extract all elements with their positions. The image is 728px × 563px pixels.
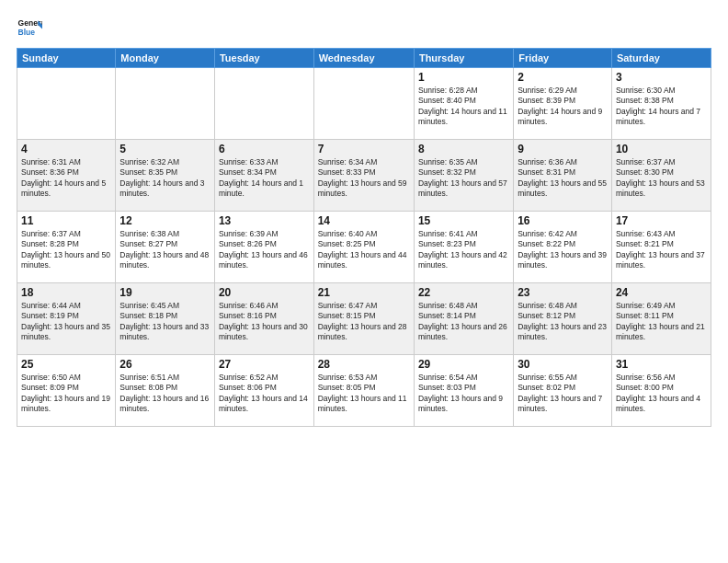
- calendar-cell: 2Sunrise: 6:29 AMSunset: 8:39 PMDaylight…: [514, 68, 612, 140]
- weekday-header-monday: Monday: [116, 49, 215, 68]
- calendar-cell: 25Sunrise: 6:50 AMSunset: 8:09 PMDayligh…: [17, 355, 116, 427]
- weekday-header-wednesday: Wednesday: [313, 49, 414, 68]
- calendar-cell: 19Sunrise: 6:45 AMSunset: 8:18 PMDayligh…: [116, 283, 215, 355]
- weekday-header-friday: Friday: [514, 49, 612, 68]
- day-number: 19: [119, 286, 210, 299]
- day-number: 5: [119, 143, 210, 155]
- day-info: Sunrise: 6:28 AMSunset: 8:40 PMDaylight:…: [418, 86, 509, 128]
- day-info: Sunrise: 6:38 AMSunset: 8:27 PMDaylight:…: [119, 229, 210, 271]
- day-info: Sunrise: 6:47 AMSunset: 8:15 PMDaylight:…: [318, 301, 410, 343]
- weekday-header-tuesday: Tuesday: [214, 49, 313, 68]
- day-number: 10: [616, 143, 707, 155]
- day-number: 3: [616, 71, 707, 84]
- day-info: Sunrise: 6:44 AMSunset: 8:19 PMDaylight:…: [21, 301, 111, 343]
- calendar-week-5: 25Sunrise: 6:50 AMSunset: 8:09 PMDayligh…: [17, 355, 711, 427]
- day-number: 7: [318, 143, 410, 155]
- weekday-header-row: SundayMondayTuesdayWednesdayThursdayFrid…: [17, 49, 711, 68]
- calendar-cell: 24Sunrise: 6:49 AMSunset: 8:11 PMDayligh…: [611, 283, 711, 355]
- calendar-cell: 1Sunrise: 6:28 AMSunset: 8:40 PMDaylight…: [414, 68, 513, 140]
- calendar-cell: 14Sunrise: 6:40 AMSunset: 8:25 PMDayligh…: [313, 212, 414, 283]
- day-info: Sunrise: 6:31 AMSunset: 8:36 PMDaylight:…: [21, 157, 111, 200]
- day-info: Sunrise: 6:35 AMSunset: 8:32 PMDaylight:…: [418, 157, 509, 200]
- calendar-cell: 29Sunrise: 6:54 AMSunset: 8:03 PMDayligh…: [414, 355, 513, 427]
- day-number: 13: [219, 214, 310, 227]
- calendar-cell: 18Sunrise: 6:44 AMSunset: 8:19 PMDayligh…: [17, 283, 116, 355]
- calendar-cell: [214, 68, 313, 140]
- day-info: Sunrise: 6:29 AMSunset: 8:39 PMDaylight:…: [518, 86, 608, 128]
- day-info: Sunrise: 6:37 AMSunset: 8:28 PMDaylight:…: [21, 229, 111, 271]
- weekday-header-thursday: Thursday: [414, 49, 513, 68]
- day-number: 24: [616, 286, 707, 299]
- calendar-cell: 6Sunrise: 6:33 AMSunset: 8:34 PMDaylight…: [214, 140, 313, 212]
- day-info: Sunrise: 6:30 AMSunset: 8:38 PMDaylight:…: [616, 86, 707, 128]
- day-number: 17: [616, 214, 707, 227]
- day-number: 27: [219, 358, 310, 371]
- calendar-cell: [313, 68, 414, 140]
- calendar-cell: 28Sunrise: 6:53 AMSunset: 8:05 PMDayligh…: [313, 355, 414, 427]
- calendar-cell: 13Sunrise: 6:39 AMSunset: 8:26 PMDayligh…: [214, 212, 313, 283]
- calendar-week-1: 1Sunrise: 6:28 AMSunset: 8:40 PMDaylight…: [17, 68, 711, 140]
- day-info: Sunrise: 6:36 AMSunset: 8:31 PMDaylight:…: [518, 157, 608, 200]
- calendar-cell: 7Sunrise: 6:34 AMSunset: 8:33 PMDaylight…: [313, 140, 414, 212]
- day-info: Sunrise: 6:40 AMSunset: 8:25 PMDaylight:…: [318, 229, 410, 271]
- calendar-cell: 9Sunrise: 6:36 AMSunset: 8:31 PMDaylight…: [514, 140, 612, 212]
- calendar-cell: 5Sunrise: 6:32 AMSunset: 8:35 PMDaylight…: [116, 140, 215, 212]
- day-number: 11: [21, 214, 111, 227]
- calendar-cell: 3Sunrise: 6:30 AMSunset: 8:38 PMDaylight…: [611, 68, 711, 140]
- day-info: Sunrise: 6:41 AMSunset: 8:23 PMDaylight:…: [418, 229, 509, 271]
- calendar-cell: 17Sunrise: 6:43 AMSunset: 8:21 PMDayligh…: [611, 212, 711, 283]
- calendar-cell: 10Sunrise: 6:37 AMSunset: 8:30 PMDayligh…: [611, 140, 711, 212]
- calendar-cell: 15Sunrise: 6:41 AMSunset: 8:23 PMDayligh…: [414, 212, 513, 283]
- day-number: 20: [219, 286, 310, 299]
- day-number: 12: [119, 214, 210, 227]
- svg-text:Blue: Blue: [18, 28, 36, 37]
- day-info: Sunrise: 6:56 AMSunset: 8:00 PMDaylight:…: [616, 373, 707, 415]
- day-info: Sunrise: 6:51 AMSunset: 8:08 PMDaylight:…: [119, 373, 210, 415]
- calendar-week-2: 4Sunrise: 6:31 AMSunset: 8:36 PMDaylight…: [17, 140, 711, 212]
- day-number: 1: [418, 71, 509, 84]
- calendar-week-4: 18Sunrise: 6:44 AMSunset: 8:19 PMDayligh…: [17, 283, 711, 355]
- day-number: 30: [518, 358, 608, 371]
- day-info: Sunrise: 6:54 AMSunset: 8:03 PMDaylight:…: [418, 373, 509, 415]
- logo-icon: General Blue: [17, 15, 42, 40]
- calendar-cell: 4Sunrise: 6:31 AMSunset: 8:36 PMDaylight…: [17, 140, 116, 212]
- weekday-header-saturday: Saturday: [611, 49, 711, 68]
- calendar-cell: 12Sunrise: 6:38 AMSunset: 8:27 PMDayligh…: [116, 212, 215, 283]
- day-number: 9: [518, 143, 608, 155]
- day-info: Sunrise: 6:34 AMSunset: 8:33 PMDaylight:…: [318, 157, 410, 200]
- day-info: Sunrise: 6:52 AMSunset: 8:06 PMDaylight:…: [219, 373, 310, 415]
- day-number: 22: [418, 286, 509, 299]
- day-info: Sunrise: 6:45 AMSunset: 8:18 PMDaylight:…: [119, 301, 210, 343]
- weekday-header-sunday: Sunday: [17, 49, 116, 68]
- day-number: 31: [616, 358, 707, 371]
- page-header: General Blue: [17, 15, 711, 40]
- day-number: 18: [21, 286, 111, 299]
- day-info: Sunrise: 6:39 AMSunset: 8:26 PMDaylight:…: [219, 229, 310, 271]
- day-number: 29: [418, 358, 509, 371]
- calendar-cell: 22Sunrise: 6:48 AMSunset: 8:14 PMDayligh…: [414, 283, 513, 355]
- day-number: 8: [418, 143, 509, 155]
- calendar-cell: 8Sunrise: 6:35 AMSunset: 8:32 PMDaylight…: [414, 140, 513, 212]
- day-info: Sunrise: 6:33 AMSunset: 8:34 PMDaylight:…: [219, 157, 310, 200]
- day-number: 25: [21, 358, 111, 371]
- calendar-cell: [17, 68, 116, 140]
- day-number: 14: [318, 214, 410, 227]
- day-info: Sunrise: 6:46 AMSunset: 8:16 PMDaylight:…: [219, 301, 310, 343]
- calendar-cell: 11Sunrise: 6:37 AMSunset: 8:28 PMDayligh…: [17, 212, 116, 283]
- day-number: 16: [518, 214, 608, 227]
- calendar-cell: [116, 68, 215, 140]
- calendar-week-3: 11Sunrise: 6:37 AMSunset: 8:28 PMDayligh…: [17, 212, 711, 283]
- day-number: 6: [219, 143, 310, 155]
- calendar-cell: 26Sunrise: 6:51 AMSunset: 8:08 PMDayligh…: [116, 355, 215, 427]
- calendar-cell: 31Sunrise: 6:56 AMSunset: 8:00 PMDayligh…: [611, 355, 711, 427]
- day-info: Sunrise: 6:37 AMSunset: 8:30 PMDaylight:…: [616, 157, 707, 200]
- day-info: Sunrise: 6:43 AMSunset: 8:21 PMDaylight:…: [616, 229, 707, 271]
- calendar-cell: 30Sunrise: 6:55 AMSunset: 8:02 PMDayligh…: [514, 355, 612, 427]
- day-info: Sunrise: 6:53 AMSunset: 8:05 PMDaylight:…: [318, 373, 410, 415]
- day-info: Sunrise: 6:48 AMSunset: 8:14 PMDaylight:…: [418, 301, 509, 343]
- day-info: Sunrise: 6:55 AMSunset: 8:02 PMDaylight:…: [518, 373, 608, 415]
- day-number: 26: [119, 358, 210, 371]
- calendar-cell: 21Sunrise: 6:47 AMSunset: 8:15 PMDayligh…: [313, 283, 414, 355]
- day-number: 2: [518, 71, 608, 84]
- day-number: 21: [318, 286, 410, 299]
